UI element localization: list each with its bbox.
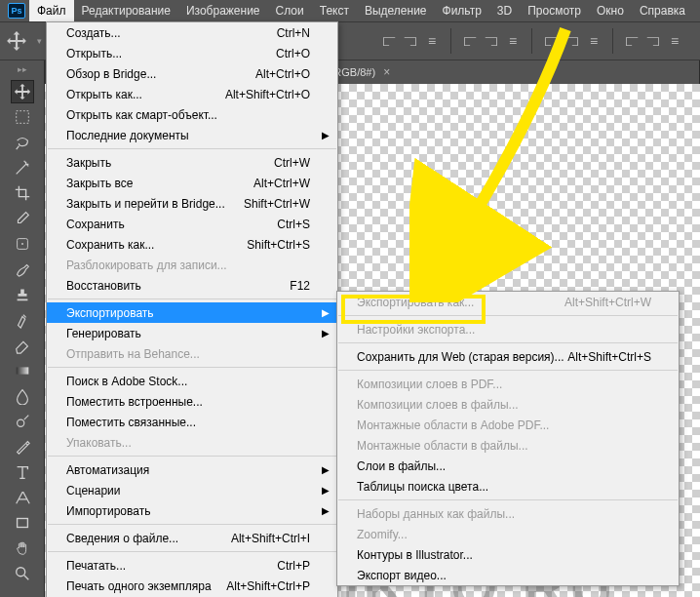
menu-item-label: Наборы данных как файлы... (357, 507, 515, 521)
menu-item-label: Поместить связанные... (66, 416, 196, 429)
menu-справка[interactable]: Справка (632, 0, 693, 21)
hand-tool[interactable] (11, 537, 34, 560)
stamp-tool[interactable] (11, 283, 34, 306)
toolbox-collapse[interactable]: ▸▸ (3, 64, 42, 74)
align-icon[interactable]: ⫍ (460, 31, 480, 51)
menu-item-label: Слои в файлы... (357, 459, 446, 473)
align-icon[interactable]: ⫎ (482, 31, 501, 51)
menu-редактирование[interactable]: Редактирование (74, 0, 178, 21)
submenu-arrow-icon: ▶ (322, 130, 330, 140)
distribute-icon[interactable]: ⫍ (541, 31, 561, 51)
menu-item-label: Разблокировать для записи... (66, 259, 227, 272)
menu-item[interactable]: Слои в файлы... (337, 456, 679, 476)
menu-shortcut: Alt+Ctrl+O (255, 67, 310, 81)
menu-item-label: Автоматизация (66, 463, 149, 477)
menu-item[interactable]: Сохранить как...Shift+Ctrl+S (47, 234, 337, 255)
menu-item[interactable]: Обзор в Bridge...Alt+Ctrl+O (47, 63, 337, 84)
menu-файл[interactable]: Файл (29, 0, 74, 21)
menu-item[interactable]: ВосстановитьF12 (47, 275, 337, 296)
distribute-icon[interactable]: ≡ (665, 31, 684, 51)
align-icon[interactable]: ≡ (503, 31, 523, 51)
menu-item-label: Композиции слоев в PDF... (357, 378, 502, 391)
menu-item[interactable]: Таблицы поиска цвета... (337, 476, 679, 497)
menu-item[interactable]: Поиск в Adobe Stock... (47, 371, 337, 391)
align-icon[interactable]: ≡ (422, 31, 442, 51)
menu-item-label: Восстановить (66, 279, 141, 293)
menu-item[interactable]: Генерировать▶ (47, 323, 337, 343)
distribute-icon[interactable]: ⫎ (563, 31, 582, 51)
menu-item[interactable]: Печать одного экземпляраAlt+Shift+Ctrl+P (47, 576, 337, 596)
heal-tool[interactable] (11, 232, 34, 256)
type-tool[interactable] (11, 460, 34, 484)
crop-tool[interactable] (11, 181, 34, 205)
menu-item: Упаковать... (47, 432, 337, 453)
dodge-tool[interactable] (11, 410, 34, 433)
distribute-icon[interactable]: ≡ (584, 31, 603, 51)
menu-item-label: Печать одного экземпляра (66, 579, 212, 593)
blur-tool[interactable] (11, 384, 34, 408)
menu-3d[interactable]: 3D (489, 0, 520, 21)
marquee-tool[interactable] (11, 105, 34, 129)
history-tool[interactable] (11, 308, 34, 332)
menu-item[interactable]: Открыть как...Alt+Shift+Ctrl+O (47, 84, 337, 104)
menu-item[interactable]: Контуры в Illustrator... (337, 544, 679, 565)
close-icon[interactable]: × (383, 65, 390, 79)
menu-item[interactable]: Создать...Ctrl+N (47, 22, 337, 43)
align-icon[interactable]: ⫍ (379, 31, 399, 51)
menu-item: Монтажные области в Adobe PDF... (337, 415, 679, 435)
align-icon[interactable]: ⫎ (401, 31, 420, 51)
align-group: ⫍ ⫎ ≡ (379, 31, 442, 51)
menu-item[interactable]: ЗакрытьCtrl+W (47, 152, 337, 173)
submenu-arrow-icon: ▶ (322, 328, 330, 338)
menu-item-label: Поместить встроенные... (66, 395, 203, 409)
menu-item[interactable]: Сценарии▶ (47, 480, 337, 500)
gradient-tool[interactable] (11, 359, 34, 382)
menu-item[interactable]: Открыть...Ctrl+O (47, 43, 337, 63)
lasso-tool[interactable] (11, 131, 34, 154)
menu-item-label: Отправить на Behance... (66, 347, 200, 361)
eraser-tool[interactable] (11, 334, 34, 357)
menu-просмотр[interactable]: Просмотр (520, 0, 589, 21)
menu-окно[interactable]: Окно (589, 0, 632, 21)
menu-item[interactable]: Сведения о файле...Alt+Shift+Ctrl+I (47, 528, 337, 548)
menu-item: Композиции слоев в файлы... (337, 394, 679, 415)
menu-item: Zoomify... (337, 524, 679, 544)
chevron-icon[interactable]: ▾ (33, 30, 45, 52)
menu-item[interactable]: Поместить встроенные... (47, 391, 337, 412)
menu-shortcut: Alt+Ctrl+W (253, 177, 310, 190)
menu-item[interactable]: Закрыть всеAlt+Ctrl+W (47, 173, 337, 193)
path-tool[interactable] (11, 486, 34, 509)
brush-tool[interactable] (11, 258, 34, 281)
menu-item[interactable]: Печатать...Ctrl+P (47, 555, 337, 576)
move-tool[interactable] (11, 80, 34, 103)
menu-item-label: Сведения о файле... (66, 532, 178, 545)
distribute-icon[interactable]: ⫎ (643, 31, 663, 51)
menu-item-label: Импортировать (66, 504, 150, 518)
menu-item[interactable]: Экспортировать▶ (47, 302, 337, 323)
menu-слои[interactable]: Слои (268, 0, 312, 21)
menu-item[interactable]: Сохранить для Web (старая версия)...Alt+… (337, 346, 679, 367)
menu-shortcut: Ctrl+N (277, 26, 310, 40)
menu-item[interactable]: СохранитьCtrl+S (47, 214, 337, 234)
menu-изображение[interactable]: Изображение (178, 0, 268, 21)
wand-tool[interactable] (11, 156, 34, 179)
menu-текст[interactable]: Текст (312, 0, 357, 21)
move-tool-icon[interactable] (6, 30, 27, 52)
distribute-icon[interactable]: ⫍ (622, 31, 642, 51)
eyedrop-tool[interactable] (11, 207, 34, 230)
menu-item[interactable]: Автоматизация▶ (47, 459, 337, 480)
menu-выделение[interactable]: Выделение (357, 0, 435, 21)
menu-item[interactable]: Открыть как смарт-объект... (47, 104, 337, 125)
menu-item[interactable]: Закрыть и перейти в Bridge...Shift+Ctrl+… (47, 193, 337, 214)
menu-item[interactable]: Последние документы▶ (47, 125, 337, 145)
menu-item-label: Сохранить (66, 218, 125, 231)
menu-item[interactable]: Экспорт видео... (337, 565, 679, 585)
menu-shortcut: F12 (290, 279, 310, 293)
menu-item-label: Открыть как смарт-объект... (66, 108, 217, 122)
pen-tool[interactable] (11, 435, 34, 458)
menu-фильтр[interactable]: Фильтр (435, 0, 489, 21)
menu-item[interactable]: Импортировать▶ (47, 500, 337, 521)
menu-item[interactable]: Поместить связанные... (47, 412, 337, 432)
rect-tool[interactable] (11, 511, 34, 535)
zoom-tool[interactable] (11, 562, 34, 585)
